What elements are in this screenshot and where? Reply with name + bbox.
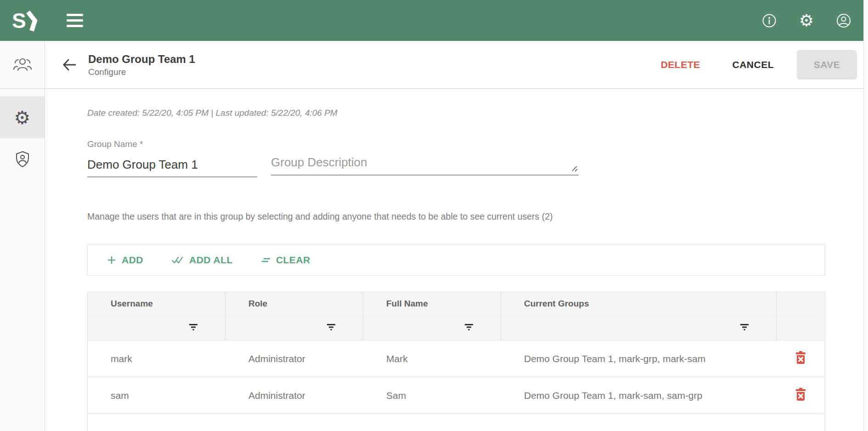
cell-current-groups: Demo Group Team 1, mark-grp, mark-sam — [501, 340, 777, 377]
plus-icon — [107, 255, 116, 265]
group-name-label: Group Name * — [87, 139, 257, 149]
page-header: Demo Group Team 1 Configure DELETE CANCE… — [45, 41, 863, 89]
filter-icon — [327, 324, 336, 330]
table-row-partial — [88, 414, 825, 431]
app-window: S ⚙ — [0, 0, 868, 431]
cell-role: Administrator — [225, 377, 363, 414]
cell-full-name: Mark — [363, 340, 501, 377]
dates-meta-line: Date created: 5/22/20, 4:05 PM | Last up… — [87, 108, 863, 118]
table-row: mark Administrator Mark Demo Group Team … — [88, 340, 825, 377]
group-name-input[interactable] — [87, 156, 257, 177]
groups-icon — [12, 56, 33, 74]
logo-mark-icon — [26, 11, 38, 32]
sidebar-item-groups[interactable] — [12, 56, 33, 74]
content-area: Date created: 5/22/20, 4:05 PM | Last up… — [45, 89, 863, 431]
filter-icon — [464, 324, 473, 330]
table-filter-row — [88, 315, 825, 340]
filter-username-button[interactable] — [187, 322, 200, 334]
users-grid-toolbar: ADD ADD ALL CLEAR — [87, 244, 825, 276]
remove-user-button[interactable] — [795, 351, 807, 366]
table-row: sam Administrator Sam Demo Group Team 1,… — [88, 377, 825, 414]
page-title: Demo Group Team 1 — [88, 52, 195, 66]
trash-icon — [795, 351, 807, 365]
filter-full-name-button[interactable] — [462, 322, 475, 334]
cell-role: Administrator — [225, 340, 363, 377]
clear-button-label: CLEAR — [276, 255, 310, 266]
column-header-current-groups[interactable]: Current Groups — [501, 292, 777, 315]
topbar-actions: ⚙ — [761, 13, 851, 28]
add-button-label: ADD — [122, 255, 143, 266]
scrollbar-track[interactable] — [863, 0, 868, 431]
group-description-input[interactable] — [271, 152, 579, 176]
back-arrow-icon — [62, 57, 77, 73]
cancel-button[interactable]: CANCEL — [723, 53, 783, 77]
info-icon[interactable] — [761, 13, 777, 28]
filter-current-groups-button[interactable] — [738, 322, 751, 334]
filter-icon — [740, 324, 749, 330]
logo-letter: S — [12, 10, 25, 31]
clear-icon — [261, 256, 271, 264]
trash-icon — [795, 388, 807, 402]
cell-username: mark — [88, 340, 225, 377]
column-header-full-name[interactable]: Full Name — [363, 292, 501, 315]
page-subtitle: Configure — [88, 67, 195, 77]
filter-icon — [189, 324, 198, 330]
resize-handle-icon[interactable] — [572, 166, 578, 172]
save-button[interactable]: SAVE — [797, 50, 857, 79]
delete-button[interactable]: DELETE — [652, 53, 710, 77]
column-header-role[interactable]: Role — [225, 292, 363, 315]
gear-icon[interactable]: ⚙ — [799, 13, 814, 28]
filter-role-button[interactable] — [325, 322, 338, 334]
menu-icon[interactable] — [67, 14, 83, 27]
cell-username: sam — [88, 377, 225, 414]
cell-current-groups: Demo Group Team 1, mark-sam, sam-grp — [501, 377, 777, 414]
group-form-row: Group Name * — [87, 139, 863, 177]
add-all-button[interactable]: ADD ALL — [172, 255, 233, 266]
back-button[interactable] — [62, 57, 77, 73]
sidebar: ⚙ — [0, 41, 45, 431]
add-all-button-label: ADD ALL — [189, 255, 233, 266]
clear-button[interactable]: CLEAR — [261, 255, 310, 266]
double-check-icon — [172, 256, 184, 264]
sidebar-item-access-control[interactable] — [0, 138, 45, 180]
shield-user-icon — [14, 150, 31, 169]
gear-icon: ⚙ — [14, 108, 31, 127]
account-icon[interactable] — [836, 13, 851, 28]
users-table: Username Role Full Name Current Groups — [87, 292, 825, 431]
sidebar-item-settings[interactable]: ⚙ — [0, 96, 45, 138]
table-header-row: Username Role Full Name Current Groups — [88, 292, 825, 315]
cell-full-name: Sam — [363, 377, 501, 414]
column-header-username[interactable]: Username — [88, 292, 225, 315]
manage-users-description: Manage the users that are in this group … — [87, 211, 863, 222]
top-app-bar: S ⚙ — [0, 0, 868, 41]
header-actions: DELETE CANCEL SAVE — [652, 50, 857, 79]
column-header-actions — [777, 292, 825, 315]
app-logo: S — [12, 10, 38, 32]
add-button[interactable]: ADD — [107, 255, 143, 266]
remove-user-button[interactable] — [795, 388, 807, 403]
